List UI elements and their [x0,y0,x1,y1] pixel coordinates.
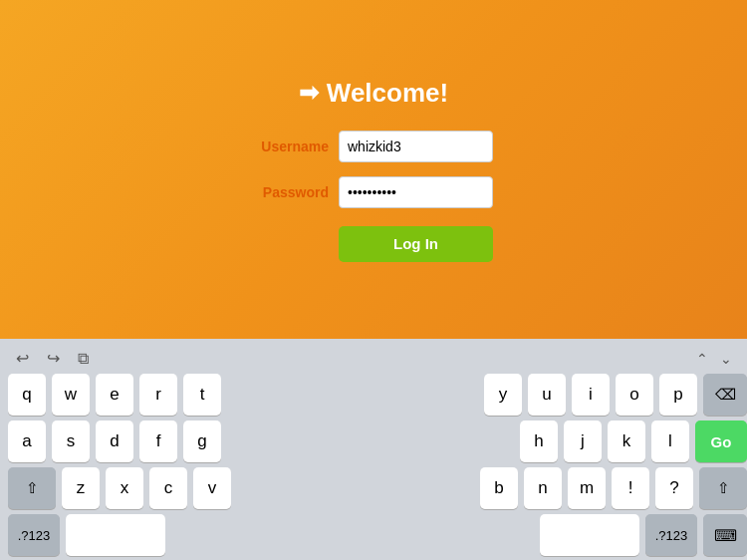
keyboard-row-1: q w e r t y u i o p ⌫ [4,374,747,416]
login-button[interactable]: Log In [339,226,493,262]
key-f[interactable]: f [139,420,177,462]
key-delete[interactable]: ⌫ [703,374,747,416]
chevron-down-button[interactable]: ⌄ [717,349,735,369]
kb-left-row2: a s d f g [8,420,221,462]
username-row: Username [254,131,493,162]
key-n[interactable]: n [524,467,562,509]
kb-left-row3: ⇧ z x c v [8,467,231,509]
key-exclaim[interactable]: ! [612,467,649,509]
keyboard-toolbar: ↩ ↪ ⧉ ⌃ ⌄ [4,345,743,374]
key-space-right[interactable] [540,514,639,556]
key-g[interactable]: g [183,420,221,462]
redo-button[interactable]: ↪ [43,347,64,370]
paste-button[interactable]: ⧉ [74,348,93,370]
login-icon: ➡ [299,79,319,107]
kb-right-row3: b n m ! ? ⇧ [480,467,747,509]
key-v[interactable]: v [193,467,231,509]
keyboard-row-4: .?123 .?123 ⌨ [4,514,747,556]
key-l[interactable]: l [651,420,689,462]
key-k[interactable]: k [608,420,645,462]
kb-right-row1: y u i o p ⌫ [484,374,747,416]
key-e[interactable]: e [96,374,133,416]
key-d[interactable]: d [96,420,133,462]
password-row: Password [254,176,493,208]
key-u[interactable]: u [528,374,566,416]
welcome-text: Welcome! [327,78,448,109]
keyboard-row-3: ⇧ z x c v b n m ! ? ⇧ [4,467,747,509]
key-r[interactable]: r [139,374,177,416]
key-h[interactable]: h [520,420,558,462]
keyboard-toolbar-left: ↩ ↪ ⧉ [12,347,93,370]
key-c[interactable]: c [149,467,187,509]
key-shift-right[interactable]: ⇧ [699,467,747,509]
key-b[interactable]: b [480,467,518,509]
login-form: Username Password Log In [254,131,493,262]
password-input[interactable] [339,176,493,208]
password-label: Password [254,184,329,200]
keyboard-area: ↩ ↪ ⧉ ⌃ ⌄ q w e r t y u i o p ⌫ a [0,339,747,560]
key-x[interactable]: x [106,467,143,509]
key-t[interactable]: t [183,374,221,416]
key-m[interactable]: m [568,467,606,509]
key-a[interactable]: a [8,420,46,462]
key-p[interactable]: p [659,374,697,416]
key-q[interactable]: q [8,374,46,416]
key-j[interactable]: j [564,420,602,462]
username-label: Username [254,139,329,154]
key-shift-left[interactable]: ⇧ [8,467,56,509]
key-emoji[interactable]: ⌨ [703,514,747,556]
chevron-up-button[interactable]: ⌃ [693,349,711,369]
kb-right-row4: .?123 ⌨ [540,514,747,556]
key-z[interactable]: z [62,467,100,509]
kb-left-row1: q w e r t [8,374,221,416]
kb-right-row2: h j k l Go [520,420,747,462]
welcome-title: ➡ Welcome! [299,78,448,109]
keyboard-row-2: a s d f g h j k l Go [4,420,747,462]
key-question[interactable]: ? [655,467,693,509]
key-o[interactable]: o [616,374,653,416]
key-go[interactable]: Go [695,420,747,462]
key-i[interactable]: i [572,374,610,416]
undo-button[interactable]: ↩ [12,347,33,370]
kb-left-row4: .?123 [8,514,165,556]
key-w[interactable]: w [52,374,90,416]
login-button-row: Log In [254,226,493,262]
key-y[interactable]: y [484,374,522,416]
key-123-right[interactable]: .?123 [645,514,697,556]
key-space-left[interactable] [66,514,165,556]
key-123-left[interactable]: .?123 [8,514,60,556]
login-area: ➡ Welcome! Username Password Log In [0,0,747,339]
key-s[interactable]: s [52,420,90,462]
username-input[interactable] [339,131,493,162]
keyboard-toolbar-right: ⌃ ⌄ [693,349,735,369]
